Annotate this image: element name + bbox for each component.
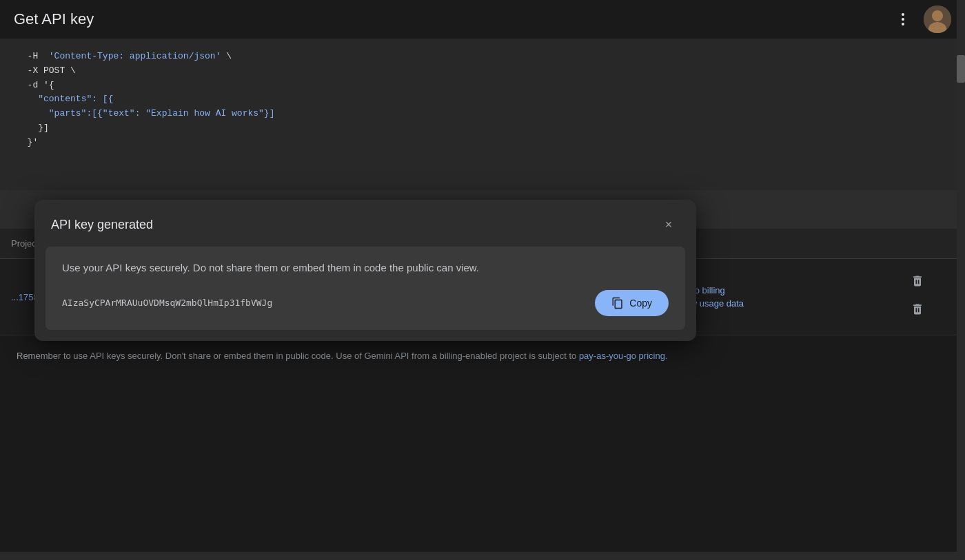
code-line-3: -d '{ [17, 79, 948, 93]
top-bar: Get API key [0, 0, 965, 39]
api-key-row: AIzaSyCPArMRAUuOVDMsqW2mbQlHmIp31fbVWJg … [62, 290, 669, 316]
code-line-7: }' [17, 136, 948, 150]
modal-title: API key generated [51, 218, 153, 232]
code-line-4: "contents": [{ [17, 92, 948, 107]
modal-body: Use your API keys securely. Do not share… [45, 247, 685, 330]
footer: Remember to use API keys securely. Don't… [0, 335, 965, 377]
page-scrollbar[interactable] [957, 0, 965, 560]
footer-text: Remember to use API keys securely. Don't… [17, 351, 576, 361]
view-usage-link[interactable]: View usage data [678, 298, 859, 309]
modal-header: API key generated × [34, 200, 696, 247]
cell-plan: Go to billing View usage data [667, 259, 870, 335]
copy-icon [611, 297, 624, 309]
more-menu-button[interactable] [891, 7, 915, 32]
copy-button-label: Copy [629, 298, 652, 309]
code-line-5: "parts":[{"text": "Explain how AI works"… [17, 107, 948, 121]
scrollbar-thumb[interactable] [957, 55, 965, 83]
svg-point-1 [902, 18, 904, 21]
page-title: Get API key [14, 10, 94, 28]
modal-close-button[interactable]: × [658, 214, 680, 236]
svg-point-0 [902, 13, 904, 16]
code-line-6: }] [17, 121, 948, 136]
cell-delete-actions [870, 259, 965, 335]
api-key-modal: API key generated × Use your API keys se… [34, 200, 696, 341]
svg-point-4 [932, 10, 943, 21]
go-to-billing-link[interactable]: Go to billing [678, 285, 859, 295]
col-actions [870, 229, 965, 259]
modal-description: Use your API keys securely. Do not share… [62, 260, 669, 276]
pay-as-you-go-link[interactable]: pay-as-you-go pricing. [579, 351, 668, 361]
delete-key-2-button[interactable] [908, 300, 927, 322]
code-block: -H 'Content-Type: application/json' \ -X… [0, 39, 965, 190]
code-line-2: -X POST \ [17, 64, 948, 79]
horizontal-scrollbar[interactable] [0, 552, 957, 560]
delete-key-1-button[interactable] [908, 271, 927, 294]
svg-point-2 [902, 23, 904, 25]
plan-links: Go to billing View usage data [678, 285, 859, 309]
avatar[interactable] [924, 6, 951, 33]
api-key-display: AIzaSyCPArMRAUuOVDMsqW2mbQlHmIp31fbVWJg [62, 298, 587, 308]
top-bar-actions [891, 6, 951, 33]
copy-button[interactable]: Copy [595, 290, 669, 316]
col-plan: Plan [667, 229, 870, 259]
code-line-1: -H 'Content-Type: application/json' \ [17, 50, 948, 64]
